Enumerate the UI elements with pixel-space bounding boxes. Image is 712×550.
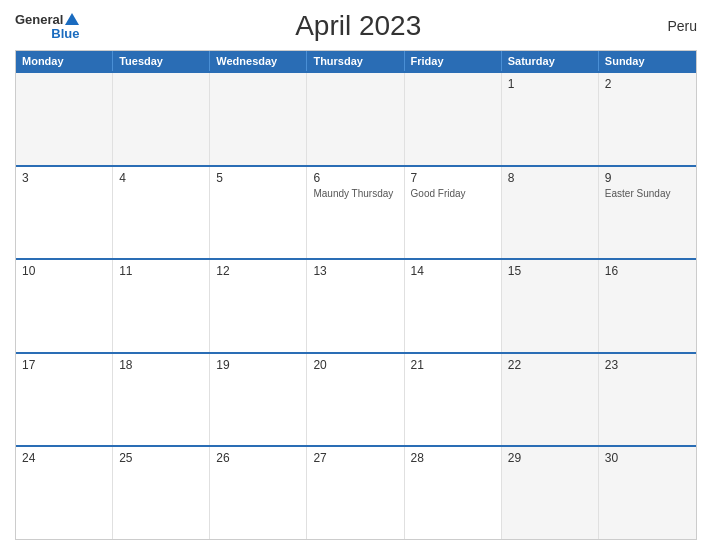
logo: General Blue [15,13,79,40]
day-event: Good Friday [411,187,495,200]
table-row [113,73,210,165]
day-number: 2 [605,77,690,91]
page-title: April 2023 [79,10,637,42]
table-row: 27 [307,447,404,539]
table-row [405,73,502,165]
day-number: 9 [605,171,690,185]
day-number: 3 [22,171,106,185]
calendar-header: Monday Tuesday Wednesday Thursday Friday… [16,51,696,71]
weekday-sunday: Sunday [599,51,696,71]
table-row: 11 [113,260,210,352]
table-row: 19 [210,354,307,446]
day-number: 14 [411,264,495,278]
table-row: 5 [210,167,307,259]
day-number: 22 [508,358,592,372]
day-number: 26 [216,451,300,465]
day-number: 27 [313,451,397,465]
table-row: 8 [502,167,599,259]
weekday-thursday: Thursday [307,51,404,71]
weekday-friday: Friday [405,51,502,71]
day-number: 20 [313,358,397,372]
day-number: 18 [119,358,203,372]
calendar: Monday Tuesday Wednesday Thursday Friday… [15,50,697,540]
calendar-row-5: 24 25 26 27 28 29 30 [16,445,696,539]
table-row: 6 Maundy Thursday [307,167,404,259]
day-number: 15 [508,264,592,278]
table-row: 4 [113,167,210,259]
day-event: Maundy Thursday [313,187,397,200]
table-row: 22 [502,354,599,446]
day-number: 19 [216,358,300,372]
logo-general-text: General [15,13,63,26]
table-row [210,73,307,165]
table-row: 24 [16,447,113,539]
table-row: 25 [113,447,210,539]
table-row: 18 [113,354,210,446]
day-number: 28 [411,451,495,465]
day-number: 16 [605,264,690,278]
weekday-wednesday: Wednesday [210,51,307,71]
day-number: 4 [119,171,203,185]
day-number: 24 [22,451,106,465]
day-number: 5 [216,171,300,185]
day-number: 1 [508,77,592,91]
table-row: 16 [599,260,696,352]
day-number: 21 [411,358,495,372]
calendar-row-1: 1 2 [16,71,696,165]
table-row [16,73,113,165]
table-row: 17 [16,354,113,446]
weekday-monday: Monday [16,51,113,71]
table-row: 14 [405,260,502,352]
table-row: 12 [210,260,307,352]
header: General Blue April 2023 Peru [15,10,697,42]
day-number: 6 [313,171,397,185]
weekday-tuesday: Tuesday [113,51,210,71]
table-row: 10 [16,260,113,352]
calendar-row-3: 10 11 12 13 14 15 16 [16,258,696,352]
table-row: 21 [405,354,502,446]
day-number: 23 [605,358,690,372]
table-row: 23 [599,354,696,446]
day-number: 30 [605,451,690,465]
page: General Blue April 2023 Peru Monday Tues… [0,0,712,550]
table-row: 9 Easter Sunday [599,167,696,259]
weekday-saturday: Saturday [502,51,599,71]
day-number: 7 [411,171,495,185]
logo-triangle-icon [65,13,79,25]
day-number: 12 [216,264,300,278]
day-number: 11 [119,264,203,278]
table-row [307,73,404,165]
table-row: 2 [599,73,696,165]
table-row: 29 [502,447,599,539]
table-row: 20 [307,354,404,446]
table-row: 13 [307,260,404,352]
day-number: 10 [22,264,106,278]
table-row: 15 [502,260,599,352]
table-row: 30 [599,447,696,539]
day-number: 8 [508,171,592,185]
day-number: 13 [313,264,397,278]
table-row: 7 Good Friday [405,167,502,259]
country-label: Peru [637,18,697,34]
day-number: 25 [119,451,203,465]
day-number: 29 [508,451,592,465]
table-row: 26 [210,447,307,539]
logo-blue-text: Blue [51,27,79,40]
calendar-body: 1 2 3 4 5 6 Maundy Thursday [16,71,696,539]
calendar-row-2: 3 4 5 6 Maundy Thursday 7 Good Friday 8 [16,165,696,259]
day-number: 17 [22,358,106,372]
table-row: 3 [16,167,113,259]
day-event: Easter Sunday [605,187,690,200]
calendar-row-4: 17 18 19 20 21 22 23 [16,352,696,446]
table-row: 1 [502,73,599,165]
table-row: 28 [405,447,502,539]
